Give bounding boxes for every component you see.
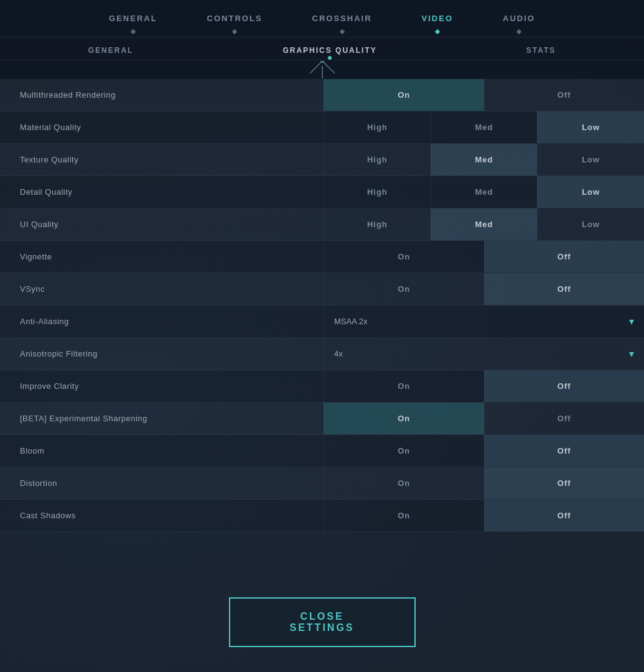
triangle-decorator — [310, 61, 335, 78]
option-texture-low[interactable]: Low — [537, 144, 644, 175]
option-material-med[interactable]: Med — [431, 111, 538, 143]
row-detail-quality: Detail Quality High Med Low — [0, 176, 644, 208]
svg-line-0 — [310, 61, 322, 73]
option-vignette-on[interactable]: On — [324, 241, 484, 273]
option-sharpening-on[interactable]: On — [324, 403, 484, 434]
option-clarity-on[interactable]: On — [324, 370, 484, 402]
label-distortion: Distortion — [0, 467, 324, 499]
dropdown-anisotropic-value: 4x — [334, 349, 343, 358]
settings-area: Multithreaded Rendering On Off Material … — [0, 79, 644, 579]
row-ui-quality: UI Quality High Med Low — [0, 208, 644, 241]
row-experimental-sharpening: [BETA] Experimental Sharpening On Off — [0, 403, 644, 435]
option-distortion-on[interactable]: On — [324, 467, 484, 499]
options-ui-quality: High Med Low — [324, 208, 644, 240]
options-bloom: On Off — [324, 435, 644, 467]
option-vsync-off[interactable]: Off — [484, 273, 645, 305]
option-bloom-on[interactable]: On — [324, 435, 484, 467]
label-anti-aliasing: Anti-Aliasing — [0, 306, 324, 337]
label-experimental-sharpening: [BETA] Experimental Sharpening — [0, 403, 324, 434]
option-ui-med[interactable]: Med — [431, 208, 538, 240]
svg-line-1 — [322, 61, 335, 73]
options-anti-aliasing: MSAA 2x ▾ — [324, 306, 644, 337]
subnav-stats[interactable]: STATS — [452, 46, 631, 55]
options-distortion: On Off — [324, 467, 644, 499]
options-material-quality: High Med Low — [324, 111, 644, 143]
row-vignette: Vignette On Off — [0, 241, 644, 273]
chevron-down-icon: ▾ — [629, 315, 634, 327]
nav-item-general[interactable]: GENERAL — [84, 0, 182, 37]
options-vsync: On Off — [324, 273, 644, 305]
option-texture-med[interactable]: Med — [431, 144, 538, 175]
top-nav: GENERAL CONTROLS CROSSHAIR VIDEO AUDIO — [0, 0, 644, 37]
options-improve-clarity: On Off — [324, 370, 644, 402]
option-sharpening-off[interactable]: Off — [484, 403, 645, 434]
label-bloom: Bloom — [0, 435, 324, 467]
label-improve-clarity: Improve Clarity — [0, 370, 324, 402]
nav-dot-general — [131, 29, 136, 34]
row-improve-clarity: Improve Clarity On Off — [0, 370, 644, 403]
row-vsync: VSync On Off — [0, 273, 644, 306]
option-clarity-off[interactable]: Off — [484, 370, 645, 402]
option-detail-med[interactable]: Med — [431, 176, 538, 208]
option-distortion-off[interactable]: Off — [484, 467, 645, 499]
options-cast-shadows: On Off — [324, 500, 644, 531]
label-anisotropic-filtering: Anisotropic Filtering — [0, 338, 324, 370]
option-ui-low[interactable]: Low — [537, 208, 644, 240]
options-experimental-sharpening: On Off — [324, 403, 644, 434]
option-shadows-on[interactable]: On — [324, 500, 484, 531]
nav-item-audio[interactable]: AUDIO — [478, 0, 560, 37]
dropdown-anisotropic-filtering[interactable]: 4x ▾ — [324, 338, 644, 370]
nav-dot-audio — [516, 29, 521, 34]
nav-item-crosshair[interactable]: CROSSHAIR — [287, 0, 397, 37]
dropdown-anti-aliasing-value: MSAA 2x — [334, 317, 367, 326]
nav-item-controls[interactable]: CONTROLS — [182, 0, 287, 37]
label-texture-quality: Texture Quality — [0, 144, 324, 175]
label-material-quality: Material Quality — [0, 111, 324, 143]
options-detail-quality: High Med Low — [324, 176, 644, 208]
nav-dot-crosshair — [339, 29, 344, 34]
option-bloom-off[interactable]: Off — [484, 435, 645, 467]
nav-dot-controls — [232, 29, 237, 34]
label-multithreaded-rendering: Multithreaded Rendering — [0, 79, 324, 111]
option-texture-high[interactable]: High — [324, 144, 431, 175]
option-vignette-off[interactable]: Off — [484, 241, 645, 273]
option-vsync-on[interactable]: On — [324, 273, 484, 305]
option-multithreaded-on[interactable]: On — [324, 79, 484, 111]
row-anti-aliasing: Anti-Aliasing MSAA 2x ▾ — [0, 306, 644, 338]
label-detail-quality: Detail Quality — [0, 176, 324, 208]
row-material-quality: Material Quality High Med Low — [0, 111, 644, 144]
row-bloom: Bloom On Off — [0, 435, 644, 467]
label-ui-quality: UI Quality — [0, 208, 324, 240]
dropdown-anti-aliasing[interactable]: MSAA 2x ▾ — [324, 306, 644, 337]
option-material-low[interactable]: Low — [537, 111, 644, 143]
sub-nav-decorator — [0, 60, 644, 79]
subnav-graphics-quality[interactable]: GRAPHICS QUALITY — [208, 46, 451, 55]
options-texture-quality: High Med Low — [324, 144, 644, 175]
subnav-general[interactable]: GENERAL — [14, 46, 208, 55]
option-shadows-off[interactable]: Off — [484, 500, 645, 531]
option-detail-low[interactable]: Low — [537, 176, 644, 208]
close-settings-button[interactable]: CLOSE SETTINGS — [229, 597, 416, 647]
sub-nav: GENERAL GRAPHICS QUALITY STATS — [0, 37, 644, 60]
nav-item-video[interactable]: VIDEO — [397, 0, 478, 37]
options-vignette: On Off — [324, 241, 644, 273]
row-anisotropic-filtering: Anisotropic Filtering 4x ▾ — [0, 338, 644, 370]
row-multithreaded-rendering: Multithreaded Rendering On Off — [0, 79, 644, 111]
options-multithreaded-rendering: On Off — [324, 79, 644, 111]
label-vsync: VSync — [0, 273, 324, 305]
label-cast-shadows: Cast Shadows — [0, 500, 324, 531]
row-distortion: Distortion On Off — [0, 467, 644, 500]
option-ui-high[interactable]: High — [324, 208, 431, 240]
label-vignette: Vignette — [0, 241, 324, 273]
option-detail-high[interactable]: High — [324, 176, 431, 208]
nav-dot-video — [435, 29, 440, 34]
option-multithreaded-off[interactable]: Off — [484, 79, 645, 111]
options-anisotropic-filtering: 4x ▾ — [324, 338, 644, 370]
row-cast-shadows: Cast Shadows On Off — [0, 500, 644, 532]
row-texture-quality: Texture Quality High Med Low — [0, 144, 644, 176]
close-button-area: CLOSE SETTINGS — [0, 579, 644, 672]
page-wrapper: GENERAL CONTROLS CROSSHAIR VIDEO AUDIO G… — [0, 0, 644, 672]
chevron-down-icon-2: ▾ — [629, 348, 634, 360]
option-material-high[interactable]: High — [324, 111, 431, 143]
